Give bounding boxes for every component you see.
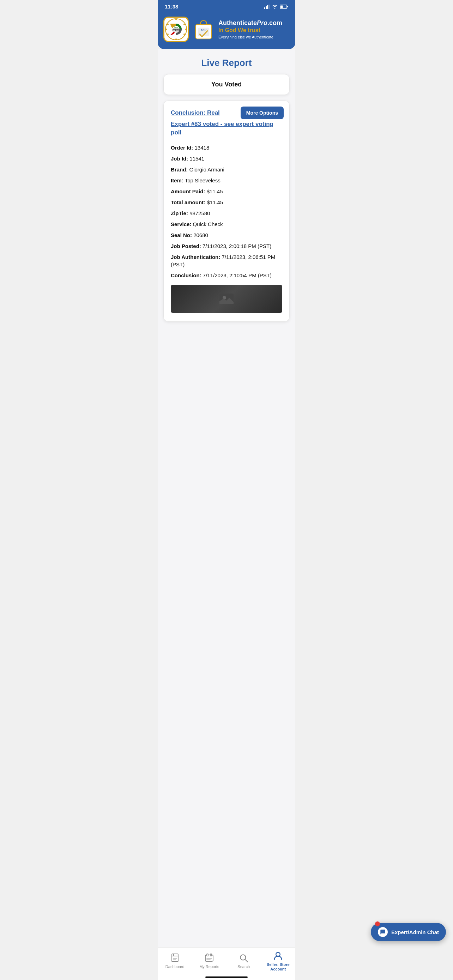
nav-label-dashboard: Dashboard bbox=[165, 964, 184, 969]
report-field: Service: Quick Check bbox=[171, 221, 282, 228]
svg-rect-25 bbox=[172, 954, 178, 962]
bottom-nav: Dashboard My Reports Search bbox=[158, 947, 295, 980]
report-field: Conclusion: 7/11/2023, 2:10:54 PM (PST) bbox=[171, 272, 282, 279]
svg-point-15 bbox=[167, 24, 168, 25]
nav-label-my-reports: My Reports bbox=[199, 964, 219, 969]
you-voted-card: You Voted bbox=[163, 74, 290, 95]
report-field: Job Authentication: 7/11/2023, 2:06:51 P… bbox=[171, 253, 282, 268]
report-field: Amount Paid: $11.45 bbox=[171, 188, 282, 195]
nav-item-dashboard[interactable]: Dashboard bbox=[158, 953, 192, 969]
report-field: Brand: Giorgio Armani bbox=[171, 166, 282, 173]
expert-link[interactable]: Expert #83 voted - see expert voting pol… bbox=[171, 120, 282, 137]
nav-label-account: Seller- StoreAccount bbox=[267, 963, 290, 972]
status-icons bbox=[264, 5, 288, 9]
item-image-thumbnail bbox=[171, 285, 282, 313]
report-field: ZipTie: #872580 bbox=[171, 210, 282, 217]
battery-icon bbox=[280, 5, 288, 9]
svg-point-13 bbox=[167, 33, 168, 35]
home-indicator bbox=[205, 977, 248, 978]
svg-rect-6 bbox=[280, 5, 283, 8]
dashboard-icon bbox=[170, 953, 180, 963]
svg-point-8 bbox=[175, 19, 177, 20]
svg-point-14 bbox=[165, 29, 167, 30]
svg-point-35 bbox=[240, 955, 246, 960]
svg-point-12 bbox=[175, 38, 177, 40]
nav-label-search: Search bbox=[237, 964, 250, 969]
wifi-icon bbox=[272, 5, 278, 9]
report-field: Job Id: 11541 bbox=[171, 155, 282, 162]
svg-text:Real: Real bbox=[174, 26, 178, 28]
svg-point-11 bbox=[183, 33, 185, 35]
svg-line-36 bbox=[245, 960, 248, 963]
report-field: Seal No: 20680 bbox=[171, 231, 282, 239]
report-field: Item: Top Sleeveless bbox=[171, 177, 282, 184]
nav-item-my-reports[interactable]: My Reports bbox=[192, 953, 227, 969]
page-title: Live Report bbox=[163, 57, 290, 68]
account-icon bbox=[273, 951, 283, 961]
svg-point-10 bbox=[185, 29, 187, 30]
search-nav-icon bbox=[239, 953, 249, 963]
tagline-sub: Everything else we Authenticate bbox=[218, 35, 290, 39]
report-field: Job Posted: 7/11/2023, 2:00:18 PM (PST) bbox=[171, 242, 282, 250]
you-voted-text: You Voted bbox=[211, 81, 242, 88]
report-field: Order Id: 13418 bbox=[171, 144, 282, 151]
bag-logo: #AP bbox=[193, 18, 214, 41]
nav-item-search[interactable]: Search bbox=[227, 953, 261, 969]
svg-rect-3 bbox=[269, 5, 270, 9]
svg-rect-0 bbox=[264, 7, 265, 9]
site-title: AuthenticatePro.com bbox=[218, 19, 290, 27]
signal-icon bbox=[264, 5, 270, 9]
header-banner: Real or Not #AP AuthenticatePro.com In G… bbox=[158, 12, 295, 49]
header-text: AuthenticatePro.com In God We trust Ever… bbox=[218, 19, 290, 39]
svg-rect-2 bbox=[267, 5, 268, 9]
svg-text:or Not: or Not bbox=[173, 29, 179, 31]
status-bar: 11:38 bbox=[158, 0, 295, 12]
page-title-container: Live Report bbox=[158, 49, 295, 74]
my-reports-icon bbox=[204, 953, 214, 963]
svg-rect-5 bbox=[287, 6, 288, 7]
svg-rect-1 bbox=[265, 6, 267, 9]
main-content: Live Report You Voted More Options Concl… bbox=[158, 49, 295, 980]
nav-item-account[interactable]: Seller- StoreAccount bbox=[261, 951, 296, 972]
time-display: 11:38 bbox=[165, 3, 178, 10]
report-field: Total amount: $11.45 bbox=[171, 199, 282, 206]
svg-text:#AP: #AP bbox=[201, 29, 207, 32]
report-fields: Order Id: 13418Job Id: 11541Brand: Giorg… bbox=[171, 144, 282, 279]
tagline-main: In God We trust bbox=[218, 27, 290, 34]
report-card: More Options Conclusion: Real Expert #83… bbox=[163, 100, 290, 322]
real-or-not-logo: Real or Not bbox=[163, 17, 189, 42]
svg-point-9 bbox=[183, 24, 185, 25]
more-options-button[interactable]: More Options bbox=[241, 107, 284, 119]
